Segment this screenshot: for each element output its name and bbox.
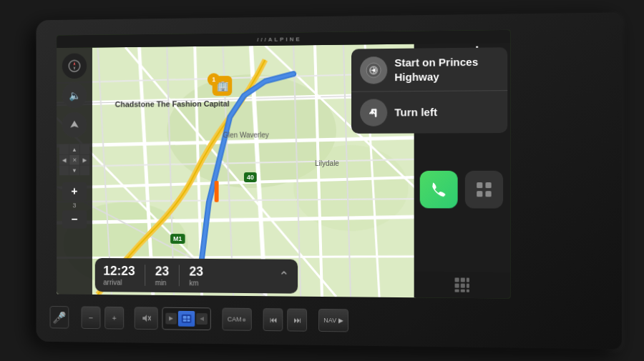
km-value: 23	[190, 264, 204, 279]
app-grid-button[interactable]	[465, 170, 503, 208]
pan-left[interactable]: ◀	[59, 154, 69, 164]
svg-rect-50	[467, 277, 469, 282]
arrival-info: 12:23 arrival	[103, 263, 135, 286]
zoom-out[interactable]: −	[62, 210, 87, 229]
svg-rect-46	[477, 191, 482, 197]
svg-rect-49	[461, 277, 465, 282]
arrival-label: arrival	[103, 278, 122, 286]
step1-icon	[360, 56, 387, 84]
divider-1	[145, 264, 145, 286]
waypoint-1: 1	[208, 73, 220, 86]
min-value: 23	[155, 264, 169, 279]
pan-down[interactable]: ▼	[69, 165, 79, 175]
pan-center[interactable]: ✕	[69, 154, 79, 164]
svg-rect-56	[467, 289, 469, 292]
zoom-in[interactable]: +	[62, 182, 87, 200]
mic-button[interactable]: 🎤	[50, 306, 69, 329]
svg-rect-53	[467, 283, 469, 287]
area-label2: Lilydale	[315, 159, 339, 167]
nav-step-2: Turn left	[351, 91, 507, 134]
next-button[interactable]: ⏭	[287, 308, 307, 331]
duration-info: 23 min	[155, 264, 169, 287]
expand-arrow[interactable]: ⌃	[278, 268, 289, 284]
traffic-indicator	[215, 181, 219, 202]
nav-step-1: Start on Princes Highway	[351, 47, 507, 92]
media-btn-1[interactable]	[165, 312, 177, 324]
km-label: km	[190, 279, 199, 287]
step2-text: Turn left	[394, 105, 437, 119]
distance-info: 23 km	[190, 264, 204, 287]
area-label: Glen Waverley	[223, 131, 268, 139]
cam-button[interactable]: CAM⏺	[222, 307, 251, 330]
step1-text: Start on Princes Highway	[394, 54, 499, 84]
vol-down-button[interactable]: −	[82, 306, 101, 329]
pan-right[interactable]: ▶	[80, 154, 89, 164]
screen: ///ALPINE	[57, 29, 510, 298]
arrival-value: 12:23	[103, 263, 135, 278]
alpine-logo: ///ALPINE	[257, 35, 301, 42]
svg-rect-44	[477, 182, 482, 188]
nav-info-bar: 12:23 arrival 23 min 23 km ⌃	[95, 257, 298, 293]
mute-button[interactable]	[135, 307, 158, 330]
svg-rect-52	[461, 283, 465, 287]
step2-icon	[360, 99, 387, 126]
grid-icon[interactable]	[453, 276, 470, 293]
zoom-level: 3	[73, 202, 77, 209]
svg-rect-54	[455, 289, 459, 292]
compass-button[interactable]	[62, 53, 87, 79]
min-label: min	[155, 279, 167, 287]
media-group	[162, 307, 211, 330]
sidebar-bottom	[414, 271, 511, 298]
divider-2	[179, 264, 180, 286]
svg-rect-51	[455, 283, 459, 287]
pan-up[interactable]: ▲	[69, 144, 79, 154]
pan-bl[interactable]	[59, 165, 69, 175]
svg-rect-47	[485, 191, 491, 197]
pan-controls[interactable]: ▲ ◀ ✕ ▶ ▼	[59, 144, 89, 174]
destination-label: Chadstone The Fashion Capital	[115, 99, 230, 108]
nav-button[interactable]: NAV ▶	[318, 308, 348, 332]
navigate-button[interactable]	[62, 112, 87, 137]
pan-tl[interactable]	[59, 144, 69, 154]
hardware-strip: 🎤 − +	[50, 302, 615, 339]
road-badge-m1: M1	[170, 234, 185, 244]
pan-br[interactable]	[80, 165, 89, 175]
svg-rect-55	[461, 289, 465, 292]
left-controls: 🔈 ▲ ◀ ✕ ▶ ▼ + 3 −	[57, 47, 92, 294]
zoom-controls: + 3 −	[62, 182, 87, 228]
road-badge-40: 40	[244, 172, 257, 182]
prev-button[interactable]: ⏮	[263, 308, 283, 331]
pan-tr[interactable]	[80, 144, 89, 154]
navigation-steps-card: Start on Princes Highway Turn left	[351, 47, 507, 134]
vol-up-button[interactable]: +	[104, 306, 124, 329]
app-phone[interactable]	[420, 170, 458, 208]
svg-rect-48	[455, 277, 459, 282]
car-unit: ///ALPINE	[36, 12, 622, 349]
media-display	[178, 310, 195, 326]
svg-rect-45	[485, 182, 491, 188]
volume-button[interactable]: 🔈	[62, 82, 87, 108]
media-btn-2[interactable]	[196, 313, 208, 325]
